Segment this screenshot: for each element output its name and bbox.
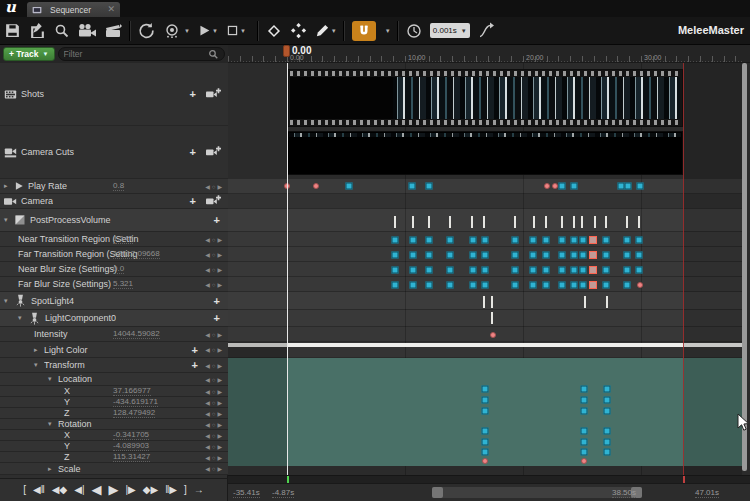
track-value[interactable]: 37.166977 xyxy=(113,386,151,396)
keyframe[interactable] xyxy=(624,282,631,289)
shots-section[interactable] xyxy=(287,69,683,127)
keyframe-nav-buttons[interactable]: ◀○▶ xyxy=(205,399,224,406)
add-section-button[interactable]: + xyxy=(190,89,196,99)
keyframe[interactable] xyxy=(482,449,489,456)
keyframe[interactable] xyxy=(543,252,550,259)
keyframe[interactable] xyxy=(581,408,588,415)
keyframe-nav-buttons[interactable]: ◀○▶ xyxy=(205,251,224,258)
expander-icon[interactable]: ▸ xyxy=(48,465,58,473)
expander-icon[interactable]: ▾ xyxy=(4,216,14,224)
keyframe[interactable] xyxy=(603,267,610,274)
expander-icon[interactable]: ▾ xyxy=(4,297,14,305)
jump-to-end-button[interactable]: ‖▶ xyxy=(165,484,177,496)
keyframe[interactable] xyxy=(530,237,537,244)
add-section-button[interactable]: + xyxy=(214,296,220,306)
play-forward-button[interactable]: ▶ xyxy=(109,484,119,496)
track-value[interactable]: 128.479492 xyxy=(113,408,155,418)
row-ppv-group[interactable] xyxy=(228,209,742,232)
keyframe[interactable] xyxy=(447,267,454,274)
group-keyframe-tick[interactable] xyxy=(561,216,563,228)
playback-options-button[interactable]: ▼ xyxy=(194,19,222,43)
group-keyframe-tick[interactable] xyxy=(594,216,596,228)
expander-icon[interactable]: ▾ xyxy=(48,375,58,383)
step-forward-button[interactable]: |▶ xyxy=(126,484,136,496)
keyframe[interactable] xyxy=(543,267,550,274)
track-row-rotation-z[interactable]: Z115.31427◀○▶ xyxy=(0,452,228,463)
track-value[interactable]: -4.089903 xyxy=(113,441,149,451)
jump-to-front-button[interactable]: ◀‖ xyxy=(33,484,45,496)
track-row-far-blur-size[interactable]: Far Blur Size (Settings)5.321◀○▶ xyxy=(0,277,228,292)
keyframe[interactable] xyxy=(482,397,489,404)
keyframe[interactable] xyxy=(636,237,643,244)
view-range-start[interactable]: -4.87s xyxy=(272,488,294,498)
save-as-button[interactable] xyxy=(25,19,50,43)
keyframe[interactable] xyxy=(604,397,611,404)
group-keyframe-tick[interactable] xyxy=(491,312,493,324)
range-end-marker[interactable] xyxy=(683,476,685,483)
keyframe-nav-buttons[interactable]: ◀○▶ xyxy=(205,183,224,190)
horizontal-scrollbar[interactable] xyxy=(432,487,642,498)
keyframe-nav-buttons[interactable]: ◀○▶ xyxy=(205,376,224,383)
keyframe[interactable] xyxy=(426,267,433,274)
keyframe[interactable] xyxy=(392,237,399,244)
keyframe[interactable] xyxy=(624,267,631,274)
playback-range-strip[interactable] xyxy=(228,475,750,483)
keyframe[interactable] xyxy=(636,252,643,259)
group-keyframe-tick[interactable] xyxy=(638,216,640,228)
track-value[interactable]: -434.619171 xyxy=(113,397,158,407)
keyframe[interactable] xyxy=(470,267,477,274)
vertical-scrollbar[interactable] xyxy=(742,63,747,471)
step-back-button[interactable]: ◀| xyxy=(74,484,84,496)
track-row-rotation-x[interactable]: X-0.341705◀○▶ xyxy=(0,430,228,441)
keyframe[interactable] xyxy=(604,386,611,393)
keyframe[interactable] xyxy=(581,439,588,446)
row-camera[interactable] xyxy=(228,194,742,209)
keyframe[interactable] xyxy=(392,252,399,259)
keyframe-nav-buttons[interactable]: ◀○▶ xyxy=(205,266,224,273)
track-value[interactable]: 5.321 xyxy=(113,279,133,289)
keyframe[interactable] xyxy=(603,282,610,289)
track-row-spotlight4[interactable]: ▾SpotLight4+ xyxy=(0,292,228,310)
keyframe-red[interactable] xyxy=(313,183,319,189)
keyframe[interactable] xyxy=(470,252,477,259)
keyframe[interactable] xyxy=(580,267,587,274)
keyframe[interactable] xyxy=(604,428,611,435)
expander-icon[interactable]: ▾ xyxy=(18,314,28,322)
keyframe[interactable] xyxy=(447,237,454,244)
selected-keyframe[interactable] xyxy=(589,251,597,259)
keyframe[interactable] xyxy=(571,282,578,289)
track-row-light-color[interactable]: ▸Light Color+◀○▶ xyxy=(0,342,228,358)
track-row-lightcomponent0[interactable]: ▾LightComponent0+ xyxy=(0,310,228,327)
track-row-shots[interactable]: Shots+ xyxy=(0,63,228,126)
add-section-button[interactable]: + xyxy=(190,147,196,157)
keyframe[interactable] xyxy=(571,237,578,244)
keyframe[interactable] xyxy=(410,252,417,259)
keyframe[interactable] xyxy=(543,237,550,244)
keyframe[interactable] xyxy=(581,428,588,435)
keyframe[interactable] xyxy=(571,183,578,190)
keyframe[interactable] xyxy=(604,439,611,446)
keyframe-nav-buttons[interactable]: ◀○▶ xyxy=(205,281,224,288)
range-start-marker[interactable] xyxy=(287,476,289,483)
keyframe[interactable] xyxy=(512,237,519,244)
add-camera-icon[interactable] xyxy=(206,195,221,207)
track-value[interactable]: 12617.09668 xyxy=(113,249,160,259)
snap-options-caret[interactable]: ▼ xyxy=(380,19,395,43)
keyframe[interactable] xyxy=(581,386,588,393)
tab-close-icon[interactable]: ✕ xyxy=(107,5,115,14)
keyframe[interactable] xyxy=(482,439,489,446)
keyframe[interactable] xyxy=(530,252,537,259)
keyframe[interactable] xyxy=(559,252,566,259)
keyframe[interactable] xyxy=(580,282,587,289)
working-range-end[interactable]: 47.01s xyxy=(695,488,719,498)
track-row-near-transition-region[interactable]: Near Transition Region (Settin1.147◀○▶ xyxy=(0,232,228,247)
render-movie-button[interactable] xyxy=(74,19,101,43)
keyframe[interactable] xyxy=(571,267,578,274)
group-keyframe-tick[interactable] xyxy=(412,216,414,228)
group-keyframe-tick[interactable] xyxy=(491,296,493,308)
keyframe[interactable] xyxy=(426,252,433,259)
key-all-button[interactable] xyxy=(262,19,286,43)
track-row-far-transition-region[interactable]: Far Transition Region (Setting12617.0966… xyxy=(0,247,228,262)
group-keyframe-tick[interactable] xyxy=(584,296,586,308)
play-backward-button[interactable]: ◀ xyxy=(92,484,102,496)
